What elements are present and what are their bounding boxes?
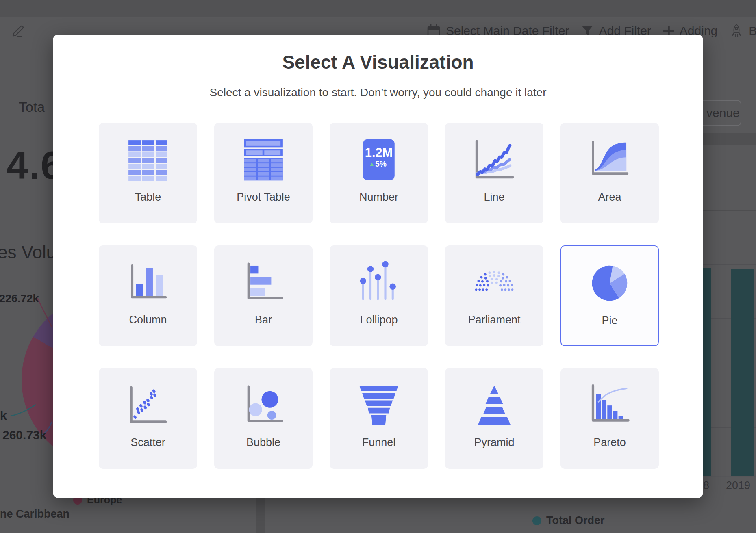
viz-tile-label: Pareto xyxy=(560,436,659,449)
horizontal-rule-fragment xyxy=(702,210,756,211)
x-axis-label-2019: 2019 xyxy=(726,479,750,492)
area-chart-icon xyxy=(587,136,633,183)
viz-tile-label: Bubble xyxy=(214,436,313,449)
viz-tile-label: Area xyxy=(560,191,659,204)
edit-name-button[interactable] xyxy=(10,20,28,38)
total-order-bar-2019 xyxy=(731,269,754,476)
number-icon: 1.2M 5% xyxy=(356,136,402,183)
bar-chart-axis-line xyxy=(700,476,756,477)
viz-tile-scatter[interactable]: Scatter xyxy=(99,368,197,469)
background-top-strip xyxy=(0,0,756,17)
viz-tile-line[interactable]: Line xyxy=(445,123,543,223)
viz-tile-label: Funnel xyxy=(330,436,428,449)
pie-chart-icon xyxy=(587,260,633,306)
viz-tile-label: Parliament xyxy=(445,314,543,326)
pencil-icon xyxy=(10,20,28,38)
viz-tile-label: Lollipop xyxy=(330,314,428,326)
x-axis-label-2018-fragment: 8 xyxy=(703,479,709,492)
funnel-chart-icon xyxy=(356,382,402,428)
modal-subtitle: Select a visualization to start. Don’t w… xyxy=(53,86,703,99)
rocket-icon xyxy=(730,23,743,39)
viz-tile-lollipop[interactable]: Lollipop xyxy=(330,245,428,346)
viz-tile-bar[interactable]: Bar xyxy=(214,245,313,346)
viz-tile-label: Column xyxy=(99,314,197,326)
viz-tile-pie[interactable]: Pie xyxy=(560,245,659,346)
bar-chart-gridline xyxy=(700,264,756,265)
column-chart-icon xyxy=(125,259,171,306)
viz-tile-area[interactable]: Area xyxy=(560,123,659,223)
viz-tile-label: Pivot Table xyxy=(214,191,313,204)
total-order-legend-dot xyxy=(532,516,541,525)
viz-tile-parliament[interactable]: Parliament xyxy=(445,245,543,346)
pareto-chart-icon xyxy=(587,382,633,428)
viz-tile-pyramid[interactable]: Pyramid xyxy=(445,368,543,469)
legend-item-total-order[interactable]: Total Order xyxy=(532,514,605,527)
pyramid-chart-icon xyxy=(471,382,517,428)
line-chart-icon xyxy=(471,136,517,183)
viz-tile-number[interactable]: 1.2M 5% Number xyxy=(330,123,428,223)
total-order-legend-label: Total Order xyxy=(546,514,605,527)
kpi-card-title-fragment: Tota xyxy=(19,99,45,115)
lollipop-chart-icon xyxy=(356,259,402,306)
viz-tile-bubble[interactable]: Bubble xyxy=(214,368,313,469)
pie-slice-label-mid: k xyxy=(0,409,7,422)
scatter-chart-icon xyxy=(125,382,171,428)
visualization-grid: Table xyxy=(99,123,659,469)
viz-tile-label: Scatter xyxy=(99,436,197,449)
number-icon-delta: 5% xyxy=(375,159,387,168)
parliament-chart-icon xyxy=(471,259,517,306)
boost-button[interactable]: B xyxy=(730,23,756,39)
pie-slice-label-bottom: 260.73k xyxy=(2,428,46,442)
viz-tile-label: Number xyxy=(330,191,428,204)
table-header-band-fragment xyxy=(702,133,756,145)
pie-leader-lines xyxy=(0,284,57,447)
panel-divider-scrollbar[interactable] xyxy=(256,498,265,533)
legend-item-caribbean: ne Caribbean xyxy=(0,508,70,520)
viz-tile-funnel[interactable]: Funnel xyxy=(330,368,428,469)
bar-chart-icon xyxy=(240,259,287,306)
pivot-table-icon xyxy=(240,136,287,183)
table-icon xyxy=(125,136,171,183)
revenue-button-label: venue xyxy=(706,106,740,120)
viz-tile-label: Pie xyxy=(561,314,658,327)
bubble-chart-icon xyxy=(240,382,287,428)
viz-tile-pivot-table[interactable]: Pivot Table xyxy=(214,123,313,223)
select-visualization-modal: Select A Visualization Select a visualiz… xyxy=(53,35,703,498)
modal-title: Select A Visualization xyxy=(53,51,703,73)
viz-tile-label: Bar xyxy=(214,314,313,326)
boost-label: B xyxy=(749,24,756,38)
viz-tile-label: Pyramid xyxy=(445,436,543,449)
viz-tile-column[interactable]: Column xyxy=(99,245,197,346)
sales-volume-title-fragment: es Volu xyxy=(0,242,56,262)
viz-tile-label: Line xyxy=(445,191,543,204)
viz-tile-table[interactable]: Table xyxy=(99,123,197,223)
viz-tile-pareto[interactable]: Pareto xyxy=(560,368,659,469)
number-icon-value: 1.2M xyxy=(365,145,393,160)
viz-tile-label: Table xyxy=(99,191,197,204)
